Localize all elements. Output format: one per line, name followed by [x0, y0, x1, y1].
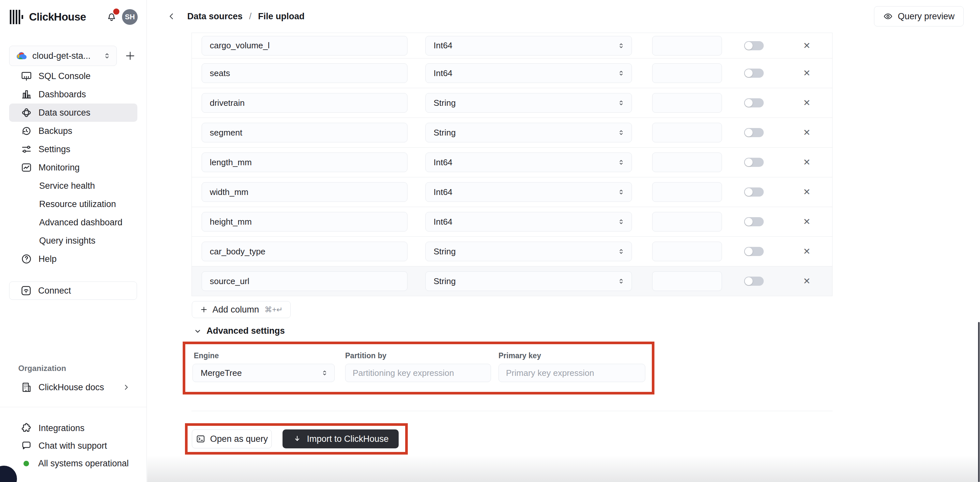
chevron-updown-icon	[617, 277, 625, 285]
sidebar-item-query-insights[interactable]: Query insights	[9, 231, 137, 250]
column-name-input[interactable]	[202, 123, 407, 142]
toggle-knob	[745, 218, 752, 226]
remove-column-button[interactable]: ✕	[800, 215, 813, 228]
sidebar-item-label: Service health	[39, 181, 95, 191]
column-default-input[interactable]	[652, 36, 722, 56]
workspace-selector[interactable]: cloud-get-sta...	[9, 46, 117, 66]
column-type-select[interactable]: String	[425, 242, 632, 261]
notifications-button[interactable]	[106, 10, 118, 24]
advanced-settings-toggle[interactable]: Advanced settings	[194, 326, 285, 336]
add-column-label: Add column	[212, 305, 259, 315]
column-type-select[interactable]: Int64	[425, 36, 632, 56]
sidebar-item-advanced-dashboard[interactable]: Advanced dashboard	[9, 213, 137, 231]
column-type-select[interactable]: String	[425, 123, 632, 142]
nullable-toggle[interactable]	[744, 217, 764, 226]
sidebar-item-help[interactable]: Help	[9, 250, 137, 268]
back-button[interactable]	[166, 10, 177, 22]
query-preview-button[interactable]: Query preview	[874, 6, 964, 26]
primary-key-input[interactable]	[498, 364, 645, 382]
column-type-select[interactable]: String	[425, 271, 632, 291]
column-default-input[interactable]	[652, 93, 722, 113]
data-sources-icon	[20, 107, 33, 119]
column-type-select[interactable]: Int64	[425, 212, 632, 231]
sidebar-item-label: Query insights	[39, 236, 95, 246]
toggle-knob	[745, 158, 752, 166]
sidebar-item-settings[interactable]: Settings	[9, 140, 137, 158]
top-bar: Data sources / File upload Query preview	[147, 0, 980, 33]
breadcrumb-parent[interactable]: Data sources	[187, 11, 243, 22]
engine-select[interactable]: MergeTree	[192, 364, 335, 382]
column-default-input[interactable]	[652, 242, 722, 261]
remove-column-button[interactable]: ✕	[800, 185, 813, 198]
nullable-toggle[interactable]	[744, 247, 764, 256]
advanced-settings-title: Advanced settings	[207, 326, 285, 336]
sidebar-item-dashboards[interactable]: Dashboards	[9, 85, 137, 104]
open-as-query-button[interactable]: Open as query	[192, 429, 272, 448]
partition-by-label: Partition by	[345, 351, 387, 360]
chevron-updown-icon	[617, 188, 625, 196]
sidebar-item-resource-utilization[interactable]: Resource utilization	[9, 195, 137, 213]
nullable-toggle[interactable]	[744, 187, 764, 196]
sidebar-item-backups[interactable]: Backups	[9, 122, 137, 140]
nullable-toggle[interactable]	[744, 276, 764, 286]
column-name-input[interactable]	[202, 182, 407, 202]
nullable-toggle[interactable]	[744, 98, 764, 107]
download-arrow-icon	[293, 434, 302, 444]
avatar[interactable]: SH	[122, 9, 138, 25]
column-name-input[interactable]	[202, 153, 407, 172]
column-default-input[interactable]	[652, 123, 722, 142]
sidebar-header: ClickHouse SH	[0, 0, 146, 34]
remove-column-button[interactable]: ✕	[800, 67, 813, 80]
column-default-input[interactable]	[652, 153, 722, 172]
column-name-input[interactable]	[202, 271, 407, 291]
partition-by-input[interactable]	[345, 364, 491, 382]
table-row: String ✕	[192, 237, 832, 267]
system-status-item[interactable]: All systems operational	[9, 455, 137, 472]
sidebar-item-clickhouse-docs[interactable]: ClickHouse docs	[9, 378, 137, 396]
sidebar-item-sql-console[interactable]: SQL Console	[9, 67, 137, 85]
column-type-select[interactable]: Int64	[425, 63, 632, 83]
sidebar-divider	[0, 407, 146, 407]
eye-icon	[883, 11, 893, 21]
column-default-input[interactable]	[652, 212, 722, 231]
add-service-button[interactable]	[123, 49, 137, 63]
column-name-input[interactable]	[202, 93, 407, 113]
nullable-toggle[interactable]	[744, 69, 764, 78]
column-name-input[interactable]	[202, 212, 407, 231]
chevron-left-icon	[167, 12, 176, 21]
sidebar-footer: Integrations Chat with support All syste…	[9, 419, 137, 472]
sidebar-item-service-health[interactable]: Service health	[9, 177, 137, 195]
column-type-select[interactable]: String	[425, 93, 632, 113]
toggle-knob	[745, 99, 752, 107]
column-type-value: String	[434, 276, 456, 286]
add-column-button[interactable]: Add column ⌘+↵	[192, 301, 291, 318]
nullable-toggle[interactable]	[744, 41, 764, 50]
vertical-scrollbar[interactable]	[978, 322, 980, 482]
sidebar-item-label: Backups	[38, 126, 72, 136]
remove-column-button[interactable]: ✕	[800, 275, 813, 288]
remove-column-button[interactable]: ✕	[800, 245, 813, 258]
column-type-select[interactable]: Int64	[425, 153, 632, 172]
nullable-toggle[interactable]	[744, 158, 764, 167]
table-row: Int64 ✕	[192, 59, 832, 88]
sidebar-item-integrations[interactable]: Integrations	[9, 419, 137, 437]
nullable-toggle[interactable]	[744, 128, 764, 137]
chevron-updown-icon	[103, 52, 111, 60]
remove-column-button[interactable]: ✕	[800, 126, 813, 139]
column-type-select[interactable]: Int64	[425, 182, 632, 202]
column-name-input[interactable]	[202, 242, 407, 261]
remove-column-button[interactable]: ✕	[800, 39, 813, 52]
import-to-clickhouse-button[interactable]: Import to ClickHouse	[283, 429, 399, 448]
column-name-input[interactable]	[202, 63, 407, 83]
remove-column-button[interactable]: ✕	[800, 156, 813, 169]
connect-button[interactable]: Connect	[9, 281, 137, 300]
column-name-input[interactable]	[202, 36, 407, 56]
sidebar-item-label: Monitoring	[38, 163, 80, 173]
column-default-input[interactable]	[652, 63, 722, 83]
column-default-input[interactable]	[652, 271, 722, 291]
sidebar-item-monitoring[interactable]: Monitoring	[9, 158, 137, 177]
sidebar-item-chat-support[interactable]: Chat with support	[9, 437, 137, 455]
remove-column-button[interactable]: ✕	[800, 96, 813, 109]
column-default-input[interactable]	[652, 182, 722, 202]
sidebar-item-data-sources[interactable]: Data sources	[9, 104, 137, 122]
